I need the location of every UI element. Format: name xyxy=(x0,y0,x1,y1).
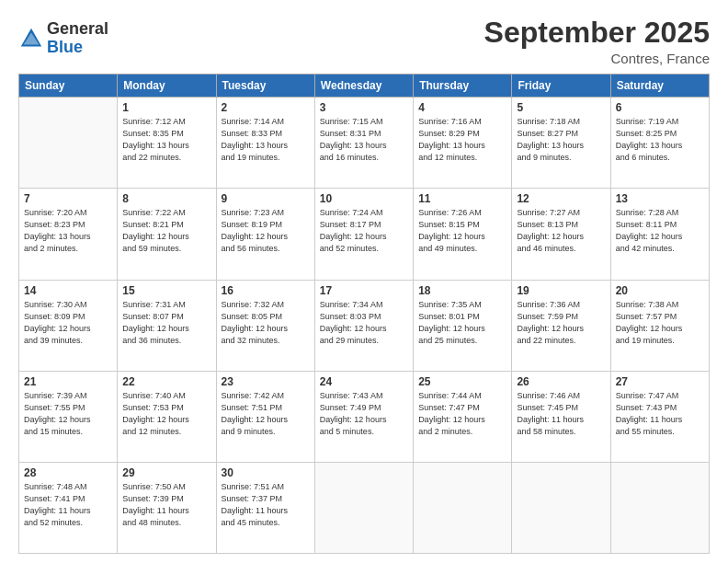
calendar-cell: 19Sunrise: 7:36 AM Sunset: 7:59 PM Dayli… xyxy=(512,280,610,371)
day-number: 25 xyxy=(418,375,506,388)
day-number: 22 xyxy=(122,375,210,388)
logo: General Blue xyxy=(18,20,108,57)
calendar-cell: 23Sunrise: 7:42 AM Sunset: 7:51 PM Dayli… xyxy=(216,371,314,462)
calendar-cell: 24Sunrise: 7:43 AM Sunset: 7:49 PM Dayli… xyxy=(314,371,413,462)
day-info: Sunrise: 7:36 AM Sunset: 7:59 PM Dayligh… xyxy=(517,299,605,347)
day-number: 11 xyxy=(418,192,506,205)
day-info: Sunrise: 7:51 AM Sunset: 7:37 PM Dayligh… xyxy=(222,481,310,529)
calendar-day-header: Thursday xyxy=(414,75,512,98)
calendar-cell xyxy=(414,462,512,553)
day-number: 15 xyxy=(122,284,210,297)
day-info: Sunrise: 7:50 AM Sunset: 7:39 PM Dayligh… xyxy=(122,481,210,529)
day-info: Sunrise: 7:46 AM Sunset: 7:45 PM Dayligh… xyxy=(517,390,605,438)
calendar-day-header: Friday xyxy=(512,75,610,98)
day-info: Sunrise: 7:16 AM Sunset: 8:29 PM Dayligh… xyxy=(418,116,506,164)
day-number: 3 xyxy=(320,101,408,114)
day-info: Sunrise: 7:40 AM Sunset: 7:53 PM Dayligh… xyxy=(122,390,210,438)
calendar-week-row: 14Sunrise: 7:30 AM Sunset: 8:09 PM Dayli… xyxy=(19,280,710,371)
calendar-cell: 30Sunrise: 7:51 AM Sunset: 7:37 PM Dayli… xyxy=(216,462,314,553)
day-number: 12 xyxy=(517,192,605,205)
calendar-cell: 20Sunrise: 7:38 AM Sunset: 7:57 PM Dayli… xyxy=(610,280,709,371)
calendar-day-header: Monday xyxy=(118,75,216,98)
day-info: Sunrise: 7:34 AM Sunset: 8:03 PM Dayligh… xyxy=(320,299,408,347)
calendar-cell: 18Sunrise: 7:35 AM Sunset: 8:01 PM Dayli… xyxy=(414,280,512,371)
day-info: Sunrise: 7:30 AM Sunset: 8:09 PM Dayligh… xyxy=(24,299,112,347)
day-number: 26 xyxy=(517,375,605,388)
day-info: Sunrise: 7:42 AM Sunset: 7:51 PM Dayligh… xyxy=(222,390,310,438)
calendar-day-header: Wednesday xyxy=(314,75,413,98)
day-info: Sunrise: 7:23 AM Sunset: 8:19 PM Dayligh… xyxy=(222,207,310,255)
day-info: Sunrise: 7:15 AM Sunset: 8:31 PM Dayligh… xyxy=(320,116,408,164)
calendar-cell: 10Sunrise: 7:24 AM Sunset: 8:17 PM Dayli… xyxy=(314,189,413,280)
calendar-cell: 3Sunrise: 7:15 AM Sunset: 8:31 PM Daylig… xyxy=(314,98,413,189)
day-number: 18 xyxy=(418,284,506,297)
day-number: 4 xyxy=(418,101,506,114)
calendar-cell: 16Sunrise: 7:32 AM Sunset: 8:05 PM Dayli… xyxy=(216,280,314,371)
day-info: Sunrise: 7:27 AM Sunset: 8:13 PM Dayligh… xyxy=(517,207,605,255)
calendar-cell xyxy=(314,462,413,553)
calendar-week-row: 7Sunrise: 7:20 AM Sunset: 8:23 PM Daylig… xyxy=(19,189,710,280)
subtitle: Contres, France xyxy=(484,51,710,66)
header: General Blue September 2025 Contres, Fra… xyxy=(18,17,710,66)
calendar-cell: 22Sunrise: 7:40 AM Sunset: 7:53 PM Dayli… xyxy=(118,371,216,462)
page: General Blue September 2025 Contres, Fra… xyxy=(0,0,728,563)
calendar-week-row: 21Sunrise: 7:39 AM Sunset: 7:55 PM Dayli… xyxy=(19,371,710,462)
day-number: 9 xyxy=(222,192,310,205)
calendar-week-row: 1Sunrise: 7:12 AM Sunset: 8:35 PM Daylig… xyxy=(19,98,710,189)
logo-general: General xyxy=(47,20,108,39)
day-number: 28 xyxy=(24,466,112,479)
day-info: Sunrise: 7:47 AM Sunset: 7:43 PM Dayligh… xyxy=(616,390,704,438)
day-number: 2 xyxy=(222,101,310,114)
day-number: 10 xyxy=(320,192,408,205)
day-info: Sunrise: 7:35 AM Sunset: 8:01 PM Dayligh… xyxy=(418,299,506,347)
day-info: Sunrise: 7:22 AM Sunset: 8:21 PM Dayligh… xyxy=(122,207,210,255)
calendar-cell: 25Sunrise: 7:44 AM Sunset: 7:47 PM Dayli… xyxy=(414,371,512,462)
logo-icon xyxy=(18,26,44,52)
calendar: SundayMondayTuesdayWednesdayThursdayFrid… xyxy=(18,74,710,554)
calendar-cell: 27Sunrise: 7:47 AM Sunset: 7:43 PM Dayli… xyxy=(610,371,709,462)
calendar-cell: 8Sunrise: 7:22 AM Sunset: 8:21 PM Daylig… xyxy=(118,189,216,280)
calendar-cell: 11Sunrise: 7:26 AM Sunset: 8:15 PM Dayli… xyxy=(414,189,512,280)
day-number: 27 xyxy=(616,375,704,388)
day-number: 13 xyxy=(616,192,704,205)
day-number: 5 xyxy=(517,101,605,114)
calendar-cell xyxy=(19,98,118,189)
day-info: Sunrise: 7:48 AM Sunset: 7:41 PM Dayligh… xyxy=(24,481,112,529)
calendar-cell: 13Sunrise: 7:28 AM Sunset: 8:11 PM Dayli… xyxy=(610,189,709,280)
day-number: 17 xyxy=(320,284,408,297)
main-title: September 2025 xyxy=(484,17,710,49)
day-number: 16 xyxy=(222,284,310,297)
day-number: 6 xyxy=(616,101,704,114)
day-info: Sunrise: 7:24 AM Sunset: 8:17 PM Dayligh… xyxy=(320,207,408,255)
logo-blue: Blue xyxy=(47,39,108,57)
day-number: 8 xyxy=(122,192,210,205)
day-info: Sunrise: 7:20 AM Sunset: 8:23 PM Dayligh… xyxy=(24,207,112,255)
calendar-cell: 7Sunrise: 7:20 AM Sunset: 8:23 PM Daylig… xyxy=(19,189,118,280)
calendar-cell: 12Sunrise: 7:27 AM Sunset: 8:13 PM Dayli… xyxy=(512,189,610,280)
logo-text: General Blue xyxy=(47,20,108,57)
day-info: Sunrise: 7:38 AM Sunset: 7:57 PM Dayligh… xyxy=(616,299,704,347)
day-number: 21 xyxy=(24,375,112,388)
day-number: 23 xyxy=(222,375,310,388)
calendar-day-header: Sunday xyxy=(19,75,118,98)
day-info: Sunrise: 7:44 AM Sunset: 7:47 PM Dayligh… xyxy=(418,390,506,438)
day-number: 7 xyxy=(24,192,112,205)
calendar-cell: 4Sunrise: 7:16 AM Sunset: 8:29 PM Daylig… xyxy=(414,98,512,189)
calendar-cell: 5Sunrise: 7:18 AM Sunset: 8:27 PM Daylig… xyxy=(512,98,610,189)
calendar-cell: 2Sunrise: 7:14 AM Sunset: 8:33 PM Daylig… xyxy=(216,98,314,189)
day-number: 14 xyxy=(24,284,112,297)
day-number: 29 xyxy=(122,466,210,479)
day-number: 19 xyxy=(517,284,605,297)
day-info: Sunrise: 7:14 AM Sunset: 8:33 PM Dayligh… xyxy=(222,116,310,164)
day-info: Sunrise: 7:26 AM Sunset: 8:15 PM Dayligh… xyxy=(418,207,506,255)
calendar-cell: 28Sunrise: 7:48 AM Sunset: 7:41 PM Dayli… xyxy=(19,462,118,553)
day-info: Sunrise: 7:18 AM Sunset: 8:27 PM Dayligh… xyxy=(517,116,605,164)
calendar-cell: 9Sunrise: 7:23 AM Sunset: 8:19 PM Daylig… xyxy=(216,189,314,280)
calendar-cell: 29Sunrise: 7:50 AM Sunset: 7:39 PM Dayli… xyxy=(118,462,216,553)
calendar-header-row: SundayMondayTuesdayWednesdayThursdayFrid… xyxy=(19,75,710,98)
calendar-cell: 26Sunrise: 7:46 AM Sunset: 7:45 PM Dayli… xyxy=(512,371,610,462)
day-info: Sunrise: 7:28 AM Sunset: 8:11 PM Dayligh… xyxy=(616,207,704,255)
day-number: 20 xyxy=(616,284,704,297)
calendar-cell: 21Sunrise: 7:39 AM Sunset: 7:55 PM Dayli… xyxy=(19,371,118,462)
day-info: Sunrise: 7:31 AM Sunset: 8:07 PM Dayligh… xyxy=(122,299,210,347)
